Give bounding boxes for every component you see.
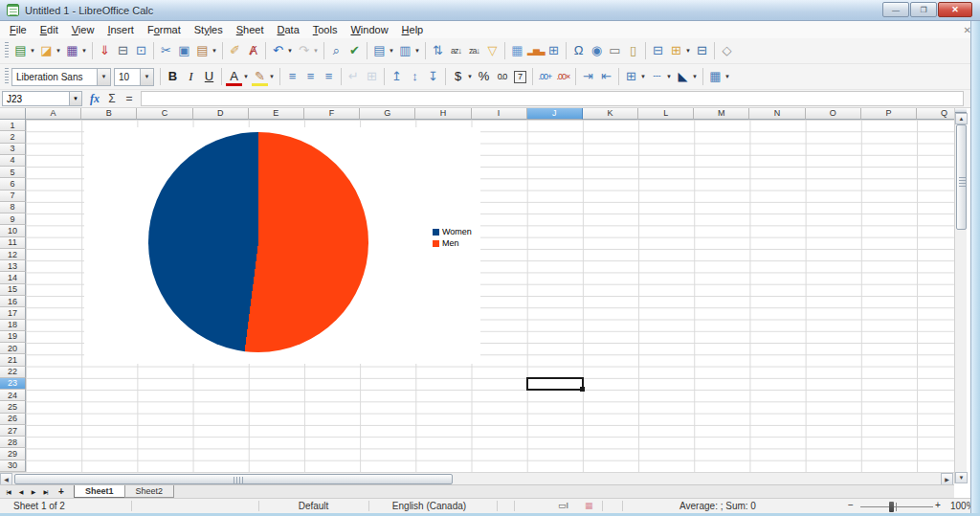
previous-sheet-button[interactable]: ◀ [14,488,27,495]
menu-styles[interactable]: Styles [188,22,230,37]
zoom-slider-track[interactable] [860,506,933,507]
column-header-K[interactable]: K [583,108,638,120]
print-button[interactable]: ⊟ [114,40,132,61]
special-character-button[interactable]: Ω [569,40,588,61]
merge-cells-button[interactable]: ⊞ [363,66,381,87]
border-style-button[interactable]: ┄▼ [648,66,674,87]
row-header-18[interactable]: 18 [0,320,26,331]
menu-data[interactable]: Data [271,22,306,37]
menu-tools[interactable]: Tools [306,22,345,37]
row-header-2[interactable]: 2 [0,131,26,143]
export-pdf-button[interactable]: ⇓ [96,40,114,61]
insert-image-button[interactable]: ▦ [508,40,526,61]
menu-help[interactable]: Help [395,22,431,37]
chevron-down-icon[interactable]: ▼ [97,69,110,85]
find-replace-button[interactable]: ⌕ [327,40,345,61]
chevron-down-icon[interactable]: ▼ [55,48,62,54]
vertical-scrollbar[interactable]: ▲ ▼ [954,108,967,483]
sort-button[interactable]: ⇅ [429,40,447,61]
new-document-button[interactable]: ▤▼ [11,40,37,61]
column-button[interactable]: ▥▼ [396,40,422,61]
row-header-8[interactable]: 8 [0,202,26,213]
chevron-down-icon[interactable]: ▼ [388,48,395,54]
row-header-15[interactable]: 15 [0,284,26,296]
row-header-22[interactable]: 22 [0,367,26,378]
cut-button[interactable]: ✂ [157,40,175,61]
row-header-25[interactable]: 25 [0,401,26,413]
borders-button[interactable]: ⊞▼ [622,66,648,87]
clone-formatting-button[interactable]: ✐ [226,40,244,61]
chevron-down-icon[interactable]: ▼ [69,92,81,105]
row-header-1[interactable]: 1 [0,120,26,131]
formula-icon[interactable]: = [121,92,138,105]
row-header-20[interactable]: 20 [0,343,26,354]
sheet-tab-sheet2[interactable]: Sheet2 [124,485,175,498]
format-number-button[interactable]: 0.0 [493,66,511,87]
underline-button[interactable]: U [200,66,218,87]
toolbar-grip[interactable] [5,68,9,85]
spelling-button[interactable]: ✔ [345,40,364,61]
row-header-11[interactable]: 11 [0,237,26,249]
scroll-down-icon[interactable]: ▼ [955,472,968,483]
row-header-13[interactable]: 13 [0,260,26,272]
vertical-scroll-thumb[interactable] [956,124,967,230]
language-status[interactable]: English (Canada) [368,501,490,511]
column-header-E[interactable]: E [249,108,304,120]
column-header-O[interactable]: O [806,108,861,120]
column-header-H[interactable]: H [415,108,471,120]
conditional-formatting-button[interactable]: ▦▼ [706,66,732,87]
selected-cell[interactable] [526,377,584,391]
row-header-23[interactable]: 23 [0,378,26,390]
row-header-30[interactable]: 30 [0,460,26,472]
sort-descending-button[interactable]: za↓ [465,40,483,61]
last-sheet-button[interactable]: ▶| [39,488,52,495]
chevron-down-icon[interactable]: ▼ [639,74,647,79]
maximize-button[interactable]: ❐ [910,2,937,17]
font-color-button[interactable]: A▼ [225,66,251,87]
font-name-combo[interactable]: Liberation Sans ▼ [11,68,111,86]
selection-mode-icon[interactable]: ▭I [558,501,568,510]
chevron-down-icon[interactable]: ▼ [684,48,692,54]
autofilter-button[interactable]: ▽ [483,40,501,61]
row-header-3[interactable]: 3 [0,144,26,155]
align-right-button[interactable]: ≡ [320,66,338,87]
align-top-button[interactable]: ↥ [388,66,406,87]
row-header-17[interactable]: 17 [0,307,26,319]
row-header-5[interactable]: 5 [0,167,26,178]
minimize-button[interactable]: — [882,2,909,17]
function-wizard-icon[interactable]: fx [86,92,103,106]
fill-handle[interactable] [580,387,585,392]
chevron-down-icon[interactable]: ▼ [29,48,36,54]
chevron-down-icon[interactable]: ▼ [466,74,474,79]
page-style-status[interactable]: Default [258,501,368,511]
select-sum-icon[interactable]: Σ [103,92,121,105]
print-area-button[interactable]: ⊟ [649,40,667,61]
undo-button[interactable]: ↶▼ [269,40,295,61]
chevron-down-icon[interactable]: ▼ [286,48,294,54]
format-date-button[interactable]: 7 [511,66,529,87]
formula-input[interactable] [141,91,964,106]
column-header-L[interactable]: L [638,108,694,120]
row-header-14[interactable]: 14 [0,272,26,283]
chevron-down-icon[interactable]: ▼ [140,69,153,85]
column-header-C[interactable]: C [137,108,192,120]
chevron-down-icon[interactable]: ▼ [211,48,218,54]
headers-footers-button[interactable]: ▯ [624,40,642,61]
column-header-D[interactable]: D [193,108,249,120]
menu-file[interactable]: File [3,22,33,37]
print-preview-button[interactable]: ⊡ [132,40,150,61]
align-center-button[interactable]: ≡ [301,66,320,87]
row-header-9[interactable]: 9 [0,213,26,225]
comment-button[interactable]: ▭ [606,40,624,61]
format-currency-button[interactable]: $▼ [449,66,475,87]
chevron-down-icon[interactable]: ▼ [312,48,320,54]
zoom-slider-handle[interactable] [889,502,894,512]
save-button[interactable]: ▦▼ [63,40,89,61]
clear-formatting-button[interactable]: Ⱥ [244,40,262,61]
row-header-19[interactable]: 19 [0,331,26,343]
chevron-down-icon[interactable]: ▼ [724,74,731,79]
cell-summary-status[interactable]: Average: ; Sum: 0 [622,501,813,511]
row-header-12[interactable]: 12 [0,249,26,260]
row-header-16[interactable]: 16 [0,296,26,307]
bold-button[interactable]: B [164,66,182,87]
